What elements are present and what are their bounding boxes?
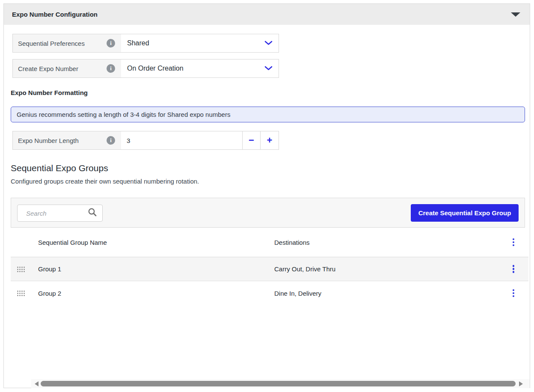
create-sequential-expo-group-button[interactable]: Create Sequential Expo Group — [411, 204, 519, 222]
create-expo-number-label-cell: Create Expo Number i — [13, 59, 121, 77]
sequential-preferences-label: Sequential Preferences — [18, 40, 85, 47]
create-expo-number-field: Create Expo Number i On Order Creation — [12, 59, 279, 78]
row-handle-cell — [11, 290, 38, 296]
sequential-preferences-label-cell: Sequential Preferences i — [13, 34, 121, 52]
groups-section-heading: Sequential Expo Groups — [11, 163, 108, 173]
expo-number-length-input[interactable]: 3 — [121, 131, 242, 149]
drag-handle-icon[interactable] — [17, 290, 25, 296]
sequential-groups-table: Sequential Group Name Destinations Group… — [11, 228, 528, 305]
info-icon[interactable]: i — [107, 39, 115, 48]
horizontal-scrollbar[interactable] — [31, 379, 530, 388]
scrollbar-thumb[interactable] — [41, 381, 516, 386]
destinations-cell: Carry Out, Drive Thru — [274, 265, 498, 273]
drag-handle-icon[interactable] — [17, 266, 25, 272]
formatting-heading: Expo Number Formatting — [11, 89, 88, 96]
expo-config-panel: Expo Number Configuration Sequential Pre… — [3, 3, 530, 388]
expo-number-length-label-cell: Expo Number Length i — [13, 131, 121, 149]
create-expo-number-dropdown[interactable]: On Order Creation — [121, 59, 279, 77]
chevron-down-icon — [264, 65, 273, 72]
table-header-row: Sequential Group Name Destinations — [11, 228, 528, 257]
scroll-left-arrow-icon[interactable] — [35, 381, 39, 386]
search-input[interactable] — [18, 210, 88, 217]
sequential-preferences-value: Shared — [127, 39, 149, 47]
destinations-column-header: Destinations — [274, 239, 498, 246]
group-name-cell: Group 2 — [38, 290, 274, 297]
info-icon[interactable]: i — [107, 136, 115, 145]
groups-section-subtext: Configured groups create their own seque… — [11, 178, 199, 185]
create-expo-number-value: On Order Creation — [127, 65, 184, 72]
sequential-preferences-dropdown[interactable]: Shared — [121, 34, 279, 52]
scroll-right-arrow-icon[interactable] — [519, 381, 523, 386]
expo-number-length-value: 3 — [127, 137, 130, 144]
chevron-down-icon — [264, 39, 273, 47]
destinations-cell: Dine In, Delivery — [274, 290, 498, 297]
create-expo-number-label: Create Expo Number — [18, 65, 78, 72]
search-box[interactable] — [17, 205, 103, 222]
recommendation-text: Genius recommends setting a length of 3-… — [17, 111, 230, 118]
row-handle-cell — [11, 266, 38, 272]
panel-title: Expo Number Configuration — [12, 11, 98, 18]
expo-number-length-field: Expo Number Length i 3 − + — [12, 131, 279, 150]
group-name-column-header: Sequential Group Name — [38, 239, 274, 246]
accordion-header[interactable]: Expo Number Configuration — [4, 4, 530, 25]
decrement-button[interactable]: − — [242, 131, 260, 149]
table-row: Group 2 Dine In, Delivery — [11, 281, 528, 305]
group-name-cell: Group 1 — [38, 265, 274, 273]
increment-button[interactable]: + — [260, 131, 279, 149]
collapse-chevron-icon[interactable] — [511, 12, 520, 17]
kebab-menu-icon[interactable] — [511, 264, 516, 274]
expo-number-length-label: Expo Number Length — [18, 137, 79, 144]
sequential-preferences-field: Sequential Preferences i Shared — [12, 34, 279, 53]
info-icon[interactable]: i — [107, 64, 115, 73]
table-row: Group 1 Carry Out, Drive Thru — [11, 257, 528, 281]
row-menu-cell — [498, 288, 528, 299]
recommendation-banner: Genius recommends setting a length of 3-… — [11, 107, 525, 122]
table-header-menu-cell — [498, 237, 528, 248]
kebab-menu-icon[interactable] — [511, 237, 516, 248]
row-menu-cell — [498, 264, 528, 274]
search-icon — [88, 208, 97, 219]
kebab-menu-icon[interactable] — [511, 288, 516, 299]
groups-toolbar: Create Sequential Expo Group — [11, 198, 525, 228]
